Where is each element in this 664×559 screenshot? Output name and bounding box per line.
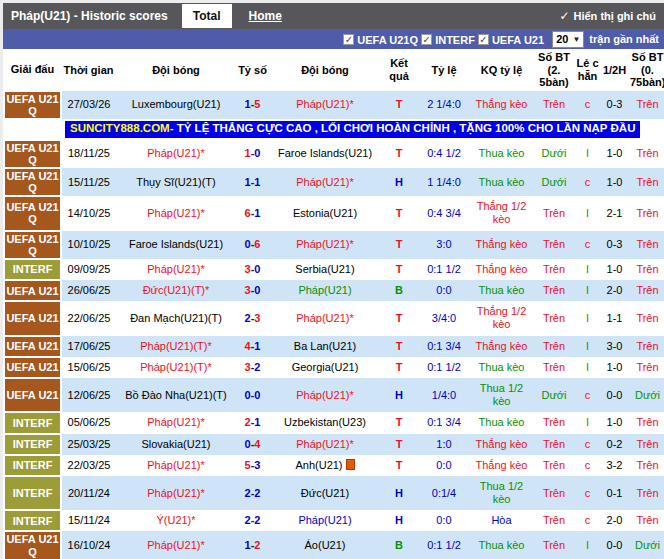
ad-banner[interactable]: SUNCITY888.COM- TỶ LỆ THẮNG CỰC CAO , LỐ… (65, 121, 640, 138)
score-cell: 2-2 (236, 476, 269, 510)
table-row: UEFA U2115/06/25Pháp(U21)(T)*3-2Georgia(… (4, 357, 664, 378)
goals-0-75-cell: Trên (630, 259, 664, 280)
league-filter-checkbox-0[interactable]: ✓ (343, 34, 354, 45)
ad-cell: SUNCITY888.COM- TỶ LỆ THẮNG CỰC CAO , LỐ… (61, 119, 664, 140)
handicap-result-cell: Hòa (471, 510, 532, 531)
odd-even-cell: l (576, 336, 599, 357)
odd-even-cell: l (576, 259, 599, 280)
goals-2-5-cell: Trên (532, 357, 576, 378)
date-cell: 25/03/25 (61, 434, 116, 455)
title-bar: Pháp(U21) - Historic scores Total Home ✓… (3, 3, 664, 29)
score-cell: 2-3 (236, 301, 269, 335)
handicap-result-cell: Thắng kèo (471, 455, 532, 476)
odd-even-cell: c (576, 231, 599, 259)
table-row: UEFA U21 Q10/10/25Faroe Islands(U21)0-6P… (4, 231, 664, 259)
odd-even-cell: l (576, 357, 599, 378)
away-team-cell: Đức(U21) (269, 476, 381, 510)
column-header-9: Lẻ c hẵn (576, 49, 599, 91)
odd-even-cell: l (576, 412, 599, 433)
league-cell: UEFA U21 Q (4, 196, 61, 230)
score-cell: 0-0 (236, 378, 269, 412)
away-team-cell: Pháp(U21)* (269, 301, 381, 335)
goals-0-75-cell: Trên (630, 91, 664, 119)
handicap-result-cell: Thua kèo (471, 412, 532, 433)
score-cell: 5-3 (236, 455, 269, 476)
column-header-0: Giải đấu (4, 49, 61, 91)
league-cell: UEFA U21 (4, 357, 61, 378)
league-filter-checkbox-2[interactable]: ✓ (478, 34, 489, 45)
odd-even-cell: c (576, 378, 599, 412)
table-row: UEFA U21 Q14/10/25Pháp(U21)*6-1Estonia(U… (4, 196, 664, 230)
recent-count-value: 20 (556, 33, 568, 45)
handicap-result-cell: Thắng 1/2 kèo (471, 196, 532, 230)
date-cell: 20/11/24 (61, 476, 116, 510)
away-team-cell: Uzbekistan(U23) (269, 412, 381, 433)
home-team-cell: Đức(U21)(T)* (116, 280, 236, 301)
league-filter-checkbox-1[interactable]: ✓ (421, 34, 432, 45)
column-header-3: Tỷ số (236, 49, 269, 91)
recent-count-select[interactable]: 20 ▼ (552, 31, 584, 48)
away-team-cell: Pháp(U21)* (269, 378, 381, 412)
result-cell: T (381, 336, 417, 357)
handicap-result-cell: Thua kèo (471, 140, 532, 168)
handicap-odds-cell: 0:1/4 (417, 476, 471, 510)
column-header-11: Số BT (0. 75bàn) (630, 49, 664, 91)
table-row: UEFA U2117/06/25Pháp(U21)(T)*4-1Ba Lan(U… (4, 336, 664, 357)
date-cell: 05/06/25 (61, 412, 116, 433)
goals-2-5-cell: Trên (532, 434, 576, 455)
tab-home[interactable]: Home (238, 4, 293, 28)
goals-2-5-cell: Dưới (532, 168, 576, 196)
goals-2-5-cell: Trên (532, 259, 576, 280)
goals-0-75-cell: Trên (630, 140, 664, 168)
away-team-cell: Georgia(U21) (269, 357, 381, 378)
result-cell: T (381, 140, 417, 168)
home-team-cell: Pháp(U21)* (116, 140, 236, 168)
goals-2-5-cell: Dưới (532, 140, 576, 168)
goals-2-5-cell: Trên (532, 231, 576, 259)
result-cell: T (381, 259, 417, 280)
date-cell: 18/11/25 (61, 140, 116, 168)
result-cell: H (381, 378, 417, 412)
league-cell: INTERF (4, 259, 61, 280)
handicap-odds-cell: 0:0 (417, 280, 471, 301)
halftime-score-cell: 0-0 (599, 531, 630, 559)
column-header-8: Số BT (2. 5bàn) (532, 49, 576, 91)
goals-2-5-cell: Trên (532, 91, 576, 119)
odd-even-cell: l (576, 280, 599, 301)
tab-total[interactable]: Total (182, 4, 232, 28)
goals-0-75-cell: Trên (630, 196, 664, 230)
score-cell: 0-4 (236, 434, 269, 455)
score-cell: 0-6 (236, 231, 269, 259)
date-cell: 09/09/25 (61, 259, 116, 280)
chevron-down-icon: ▼ (572, 35, 580, 44)
home-team-cell: Slovakia(U21) (116, 434, 236, 455)
handicap-result-cell: Thua 1/2 kèo (471, 476, 532, 510)
result-cell: T (381, 231, 417, 259)
score-cell: 1-5 (236, 91, 269, 119)
handicap-odds-cell: 0:0 (417, 455, 471, 476)
goals-0-75-cell: Trên (630, 301, 664, 335)
odd-even-cell: c (576, 476, 599, 510)
halftime-score-cell: 2-0 (599, 510, 630, 531)
handicap-odds-cell: 0:1 3/4 (417, 412, 471, 433)
column-header-10: 1/2H (599, 49, 630, 91)
odd-even-cell: c (576, 455, 599, 476)
goals-2-5-cell: Trên (532, 412, 576, 433)
goals-2-5-cell: Trên (532, 510, 576, 531)
handicap-odds-cell: 0:1 3/4 (417, 336, 471, 357)
home-team-cell: Pháp(U21)* (116, 259, 236, 280)
goals-0-75-cell: Dưới (630, 378, 664, 412)
result-cell: T (381, 412, 417, 433)
column-header-4: Đội bóng (269, 49, 381, 91)
league-cell: INTERF (4, 434, 61, 455)
league-filter-item: ✓INTERF (421, 34, 475, 46)
handicap-odds-cell: 1:0 (417, 434, 471, 455)
league-cell: UEFA U21 Q (4, 231, 61, 259)
goals-0-75-cell: Trên (630, 168, 664, 196)
handicap-odds-cell: 0:1 1/2 (417, 357, 471, 378)
show-notes-checkbox[interactable]: ✓ (559, 10, 569, 22)
result-cell: B (381, 531, 417, 559)
handicap-odds-cell: 2 1/4:0 (417, 91, 471, 119)
table-header-row: Giải đấuThời gianĐội bóngTỷ sốĐội bóngKế… (4, 49, 664, 91)
result-cell: B (381, 280, 417, 301)
